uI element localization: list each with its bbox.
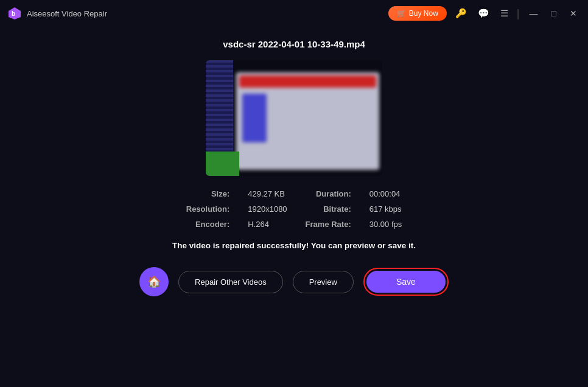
titlebar: b Aiseesoft Video Repair 🛒 Buy Now 🔑 💬 ☰… (0, 0, 588, 27)
svg-text:b: b (12, 10, 15, 17)
duration-label: Duration: (306, 189, 351, 198)
app-logo-icon: b (7, 6, 22, 21)
close-button[interactable]: ✕ (566, 7, 581, 19)
thumbnail-green-area (206, 152, 239, 176)
success-message: The video is repaired successfully! You … (172, 241, 416, 250)
framerate-label: Frame Rate: (306, 220, 351, 229)
resolution-label: Resolution: (186, 204, 230, 214)
minimize-button[interactable]: — (526, 7, 542, 19)
duration-value: 00:00:04 (369, 189, 402, 198)
thumbnail-image (206, 60, 382, 176)
bitrate-label: Bitrate: (306, 204, 351, 214)
app-title: Aiseesoft Video Repair (27, 9, 107, 18)
titlebar-left: b Aiseesoft Video Repair (7, 6, 107, 21)
bitrate-value: 617 kbps (369, 204, 402, 214)
thumbnail-window-overlay (236, 72, 379, 170)
framerate-value: 30.00 fps (369, 220, 402, 229)
cart-icon: 🛒 (397, 9, 406, 18)
separator: | (517, 7, 520, 20)
size-value: 429.27 KB (248, 189, 287, 198)
chat-icon[interactable]: 💬 (475, 7, 492, 20)
size-label: Size: (186, 189, 230, 198)
encoder-label: Encoder: (186, 220, 230, 229)
home-button[interactable]: 🏠 (139, 267, 169, 296)
key-icon[interactable]: 🔑 (453, 7, 469, 20)
save-button-wrapper: Save (363, 268, 449, 296)
menu-icon[interactable]: ☰ (498, 7, 511, 20)
action-row: 🏠 Repair Other Videos Preview Save (139, 267, 449, 296)
repair-other-button[interactable]: Repair Other Videos (178, 271, 283, 293)
preview-button[interactable]: Preview (293, 271, 354, 293)
maximize-button[interactable]: □ (548, 7, 560, 19)
buy-now-label: Buy Now (409, 9, 438, 18)
buy-now-button[interactable]: 🛒 Buy Now (388, 6, 447, 21)
video-details: Size: 429.27 KB Duration: 00:00:04 Resol… (186, 189, 402, 229)
encoder-value: H.264 (248, 220, 287, 229)
home-icon: 🏠 (147, 275, 161, 288)
titlebar-right: 🛒 Buy Now 🔑 💬 ☰ | — □ ✕ (388, 6, 581, 21)
video-thumbnail (206, 60, 382, 176)
resolution-value: 1920x1080 (248, 204, 287, 214)
main-content: vsdc-sr 2022-04-01 10-33-49.mp4 Size: 42… (0, 27, 588, 309)
save-button[interactable]: Save (366, 271, 446, 293)
video-filename: vsdc-sr 2022-04-01 10-33-49.mp4 (223, 39, 365, 49)
